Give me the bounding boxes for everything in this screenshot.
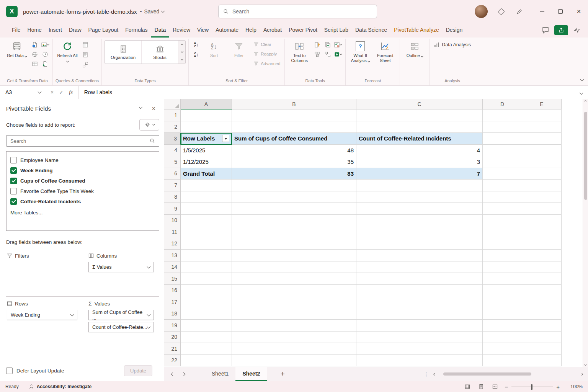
cell-B1[interactable]: [232, 109, 356, 121]
formula-enter-icon[interactable]: ✓: [59, 89, 64, 95]
field-row[interactable]: Cups of Coffee Consumed: [10, 176, 155, 186]
remove-duplicates-button[interactable]: [323, 40, 332, 49]
row-header-1[interactable]: 1: [164, 109, 181, 121]
accessibility-status[interactable]: Accessibility: Investigate: [29, 384, 91, 389]
cell-D21[interactable]: [483, 343, 522, 355]
cell-E15[interactable]: [522, 273, 562, 285]
recent-sources-button[interactable]: [40, 50, 50, 59]
filter-button[interactable]: Filter: [227, 39, 251, 58]
cell-A11[interactable]: [181, 226, 232, 238]
cell-B10[interactable]: [232, 215, 356, 227]
area-item[interactable]: Sum of Cups of Coffee ...: [88, 310, 154, 320]
cell-C6[interactable]: 7: [356, 168, 483, 180]
sheet-nav-right-icon[interactable]: [178, 373, 189, 376]
row-header-5[interactable]: 5: [164, 156, 181, 168]
field-checkbox[interactable]: [10, 198, 17, 205]
cell-B14[interactable]: [232, 261, 356, 273]
cell-C13[interactable]: [356, 250, 483, 261]
what-if-analysis-button[interactable]: ? What-If Analysis: [348, 39, 372, 63]
relationships-button[interactable]: [323, 50, 332, 59]
field-row[interactable]: Employee Name: [10, 155, 155, 165]
sheet-tab[interactable]: Sheet2: [235, 367, 267, 381]
ribbon-tab[interactable]: Design: [443, 23, 466, 38]
cell-B20[interactable]: [232, 332, 356, 343]
cell-E7[interactable]: [522, 180, 562, 191]
cell-E1[interactable]: [522, 109, 562, 121]
cell-C22[interactable]: [356, 355, 483, 367]
cell-D4[interactable]: [483, 145, 522, 157]
ribbon-tab[interactable]: Power Pivot: [285, 23, 321, 38]
cell-A19[interactable]: [181, 320, 232, 332]
cell-D16[interactable]: [483, 285, 522, 297]
sort-ascending-button[interactable]: AZ↓: [191, 40, 201, 49]
cell-A17[interactable]: [181, 296, 232, 308]
cell-C20[interactable]: [356, 332, 483, 343]
select-all-corner[interactable]: [164, 99, 181, 109]
get-data-button[interactable]: Get Data: [5, 39, 29, 58]
field-row[interactable]: Coffee-Related Incidents: [10, 196, 155, 207]
cell-C19[interactable]: [356, 320, 483, 332]
refresh-all-button[interactable]: Refresh All: [56, 39, 79, 63]
ribbon-tab[interactable]: Help: [242, 23, 260, 38]
column-header-C[interactable]: C: [356, 99, 483, 109]
stocks-data-type[interactable]: Stocks: [142, 41, 178, 64]
existing-connections-button[interactable]: [40, 59, 50, 68]
fields-search-box[interactable]: [6, 135, 159, 147]
normal-view-icon[interactable]: [463, 383, 472, 390]
ribbon-tab[interactable]: File: [8, 23, 24, 38]
cell-D3[interactable]: [483, 133, 522, 145]
field-row[interactable]: Favorite Coffee Type This Week: [10, 186, 155, 196]
cell-E18[interactable]: [522, 308, 562, 320]
zoom-slider-thumb[interactable]: [531, 384, 532, 390]
page-break-preview-icon[interactable]: [491, 383, 499, 390]
zoom-slider[interactable]: [511, 387, 553, 387]
cell-D17[interactable]: [483, 296, 522, 308]
from-picture-button[interactable]: [40, 40, 50, 49]
cell-E11[interactable]: [522, 226, 562, 238]
cell-C9[interactable]: [356, 203, 483, 215]
add-sheet-button[interactable]: +: [276, 370, 289, 378]
cell-A8[interactable]: [181, 191, 232, 203]
cell-D7[interactable]: [483, 180, 522, 191]
cell-B3[interactable]: Sum of Cups of Coffee Consumed: [232, 133, 356, 145]
update-button[interactable]: Update: [124, 365, 152, 376]
data-validation-button[interactable]: [333, 40, 343, 49]
cell-D6[interactable]: [483, 168, 522, 180]
cell-A12[interactable]: [181, 238, 232, 250]
values-area[interactable]: Σ Values Sum of Cups of Coffee ...Count …: [83, 296, 159, 344]
cell-E2[interactable]: [522, 121, 562, 133]
formula-cancel-icon[interactable]: ×: [51, 89, 54, 95]
outline-button[interactable]: Outline: [403, 39, 426, 58]
row-header-10[interactable]: 10: [164, 215, 181, 227]
area-item[interactable]: Count of Coffee-Relate...: [88, 322, 154, 332]
scroll-down-icon[interactable]: [584, 363, 587, 366]
cell-C12[interactable]: [356, 238, 483, 250]
row-header-14[interactable]: 14: [164, 261, 181, 273]
scroll-right-icon[interactable]: [580, 372, 583, 375]
cell-D11[interactable]: [483, 226, 522, 238]
cell-B15[interactable]: [232, 273, 356, 285]
ribbon-tab[interactable]: Home: [24, 23, 45, 38]
cell-A3[interactable]: Row Labels: [181, 133, 232, 145]
ribbon-tab[interactable]: Draw: [65, 23, 85, 38]
from-table-range-button[interactable]: [30, 59, 39, 68]
workbook-links-button[interactable]: [80, 60, 90, 69]
reapply-filter-button[interactable]: Reapply: [252, 50, 282, 58]
cell-E21[interactable]: [522, 343, 562, 355]
cell-C4[interactable]: 4: [356, 145, 483, 157]
columns-area[interactable]: Columns Σ Values: [83, 249, 159, 296]
cell-D8[interactable]: [483, 191, 522, 203]
row-header-11[interactable]: 11: [164, 226, 181, 238]
sheet-options-icon[interactable]: ⋮: [419, 371, 434, 377]
field-checkbox[interactable]: [10, 157, 17, 163]
name-box[interactable]: A3: [0, 86, 45, 99]
cell-A21[interactable]: [181, 343, 232, 355]
sort-button[interactable]: AZ↓ Sort: [202, 39, 226, 58]
consolidate-button[interactable]: [312, 50, 322, 59]
row-header-21[interactable]: 21: [164, 343, 181, 355]
cell-B9[interactable]: [232, 203, 356, 215]
ribbon-tab[interactable]: Data Science: [352, 23, 390, 38]
cell-A2[interactable]: [181, 121, 232, 133]
field-checkbox[interactable]: [10, 178, 17, 184]
more-tables-link[interactable]: More Tables...: [10, 210, 155, 216]
